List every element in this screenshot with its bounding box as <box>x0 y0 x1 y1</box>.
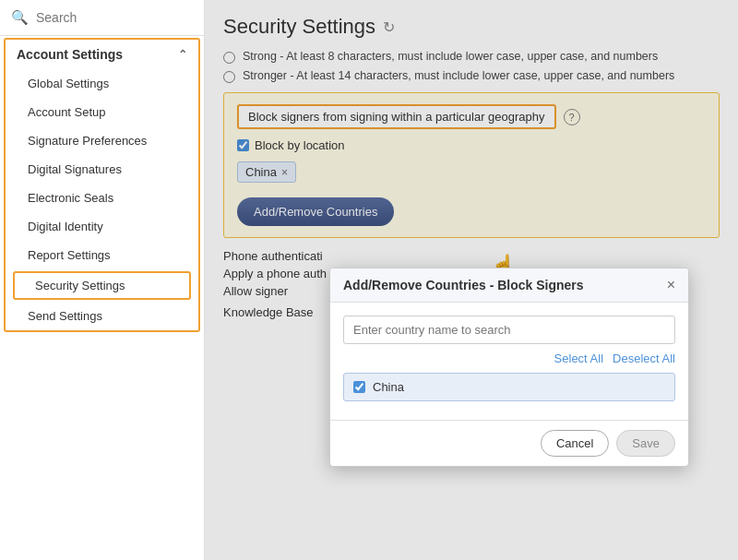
main-content: Security Settings ↻ Strong - At least 8 … <box>205 0 738 560</box>
search-bar[interactable]: 🔍 <box>0 0 204 36</box>
search-input[interactable] <box>36 10 193 25</box>
modal-footer: Cancel Save <box>330 420 688 466</box>
sidebar-item-report-settings[interactable]: Report Settings <box>6 241 198 269</box>
sidebar-item-account-setup[interactable]: Account Setup <box>6 98 198 126</box>
modal-close-button[interactable]: × <box>667 278 675 292</box>
sidebar-item-digital-identity[interactable]: Digital Identity <box>6 212 198 241</box>
sidebar-item-digital-signatures[interactable]: Digital Signatures <box>6 155 198 184</box>
sidebar-content: Account Settings ⌃ Global Settings Accou… <box>0 36 204 560</box>
modal-country-china-label: China <box>373 380 404 394</box>
deselect-all-link[interactable]: Deselect All <box>613 351 675 365</box>
sidebar-item-send-settings[interactable]: Send Settings <box>6 302 198 330</box>
modal-country-search-input[interactable] <box>343 316 675 344</box>
modal-body: Select All Deselect All China <box>330 303 688 420</box>
sidebar-item-global-settings[interactable]: Global Settings <box>6 69 198 98</box>
modal-cancel-button[interactable]: Cancel <box>541 430 609 457</box>
chevron-up-icon: ⌃ <box>178 48 187 61</box>
modal-header: Add/Remove Countries - Block Signers × <box>330 268 688 303</box>
modal-country-item-china: China <box>343 373 675 401</box>
sidebar-item-security-settings[interactable]: Security Settings <box>13 271 191 300</box>
select-all-link[interactable]: Select All <box>554 351 603 365</box>
account-settings-section: Account Settings ⌃ Global Settings Accou… <box>4 38 200 332</box>
add-remove-countries-modal: Add/Remove Countries - Block Signers × S… <box>329 268 689 467</box>
sidebar: 🔍 Account Settings ⌃ Global Settings Acc… <box>0 0 205 560</box>
modal-save-button[interactable]: Save <box>616 430 675 457</box>
search-icon: 🔍 <box>11 9 29 26</box>
account-settings-header[interactable]: Account Settings ⌃ <box>6 40 198 69</box>
account-settings-label: Account Settings <box>17 47 123 62</box>
sidebar-item-electronic-seals[interactable]: Electronic Seals <box>6 184 198 212</box>
modal-select-links: Select All Deselect All <box>343 351 675 365</box>
modal-country-china-checkbox[interactable] <box>353 381 365 393</box>
modal-title: Add/Remove Countries - Block Signers <box>343 278 584 292</box>
sidebar-item-signature-preferences[interactable]: Signature Preferences <box>6 126 198 155</box>
